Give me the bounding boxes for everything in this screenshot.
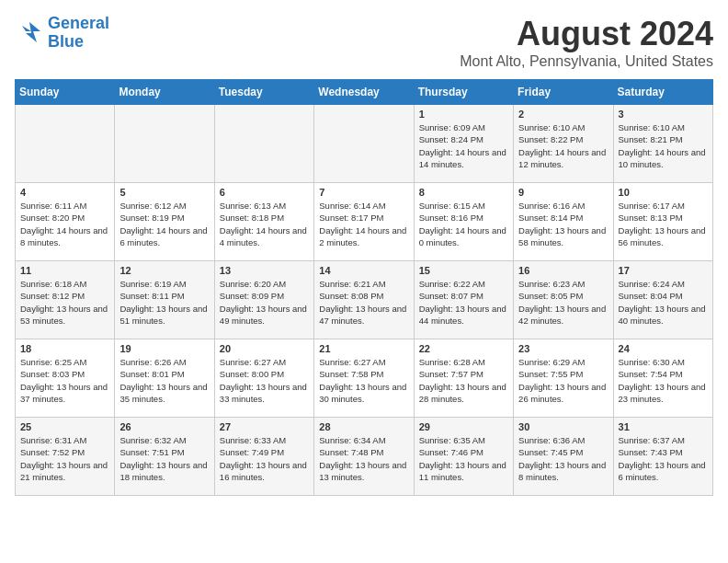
day-cell: 15Sunrise: 6:22 AMSunset: 8:07 PMDayligh…	[414, 261, 513, 339]
svg-marker-0	[26, 22, 40, 42]
header-thursday: Thursday	[414, 80, 513, 105]
day-number: 21	[319, 343, 408, 354]
day-number: 8	[419, 187, 508, 198]
day-info: Sunrise: 6:23 AMSunset: 8:05 PMDaylight:…	[518, 278, 608, 327]
day-cell: 26Sunrise: 6:32 AMSunset: 7:51 PMDayligh…	[115, 418, 214, 496]
day-number: 16	[518, 265, 608, 276]
day-number: 17	[619, 265, 708, 276]
day-info: Sunrise: 6:36 AMSunset: 7:45 PMDaylight:…	[518, 434, 608, 483]
calendar-table: SundayMondayTuesdayWednesdayThursdayFrid…	[15, 79, 713, 496]
day-number: 28	[319, 421, 408, 432]
logo: General Blue	[15, 15, 109, 52]
day-info: Sunrise: 6:27 AMSunset: 7:58 PMDaylight:…	[319, 356, 408, 405]
day-info: Sunrise: 6:20 AMSunset: 8:09 PMDaylight:…	[220, 278, 309, 327]
day-info: Sunrise: 6:30 AMSunset: 7:54 PMDaylight:…	[619, 356, 708, 405]
day-info: Sunrise: 6:32 AMSunset: 7:51 PMDaylight:…	[119, 434, 209, 483]
day-number: 2	[518, 109, 608, 120]
day-info: Sunrise: 6:10 AMSunset: 8:22 PMDaylight:…	[518, 121, 608, 170]
day-cell: 31Sunrise: 6:37 AMSunset: 7:43 PMDayligh…	[613, 418, 712, 496]
day-cell: 22Sunrise: 6:28 AMSunset: 7:57 PMDayligh…	[414, 339, 513, 418]
day-number: 25	[20, 421, 109, 432]
day-cell: 2Sunrise: 6:10 AMSunset: 8:22 PMDaylight…	[514, 105, 613, 183]
day-info: Sunrise: 6:13 AMSunset: 8:18 PMDaylight:…	[220, 200, 309, 248]
day-cell: 29Sunrise: 6:35 AMSunset: 7:46 PMDayligh…	[414, 418, 513, 496]
day-number: 15	[419, 265, 508, 276]
day-cell: 13Sunrise: 6:20 AMSunset: 8:09 PMDayligh…	[214, 261, 313, 339]
header-saturday: Saturday	[613, 80, 712, 105]
day-info: Sunrise: 6:31 AMSunset: 7:52 PMDaylight:…	[20, 434, 109, 483]
day-info: Sunrise: 6:34 AMSunset: 7:48 PMDaylight:…	[319, 434, 408, 483]
day-info: Sunrise: 6:26 AMSunset: 8:01 PMDaylight:…	[119, 356, 209, 405]
day-cell	[115, 105, 214, 183]
day-number: 30	[518, 421, 608, 432]
day-number: 29	[419, 421, 508, 432]
day-info: Sunrise: 6:37 AMSunset: 7:43 PMDaylight:…	[619, 434, 708, 483]
day-cell: 21Sunrise: 6:27 AMSunset: 7:58 PMDayligh…	[314, 339, 414, 418]
day-number: 26	[119, 421, 209, 432]
header-wednesday: Wednesday	[314, 80, 414, 105]
subtitle: Mont Alto, Pennsylvania, United States	[460, 53, 713, 70]
day-cell: 23Sunrise: 6:29 AMSunset: 7:55 PMDayligh…	[514, 339, 613, 418]
day-info: Sunrise: 6:27 AMSunset: 8:00 PMDaylight:…	[220, 356, 309, 405]
logo-blue: Blue	[48, 33, 109, 52]
day-info: Sunrise: 6:22 AMSunset: 8:07 PMDaylight:…	[419, 278, 508, 327]
day-info: Sunrise: 6:16 AMSunset: 8:14 PMDaylight:…	[518, 200, 608, 248]
day-number: 19	[119, 343, 209, 354]
logo-general: General	[48, 14, 109, 32]
day-cell: 3Sunrise: 6:10 AMSunset: 8:21 PMDaylight…	[613, 105, 712, 183]
day-number: 4	[20, 187, 109, 198]
day-cell	[16, 105, 115, 183]
day-number: 9	[518, 187, 608, 198]
week-row-5: 25Sunrise: 6:31 AMSunset: 7:52 PMDayligh…	[16, 418, 713, 496]
page-header: General Blue August 2024 Mont Alto, Penn…	[15, 15, 713, 70]
day-number: 18	[20, 343, 109, 354]
day-cell: 12Sunrise: 6:19 AMSunset: 8:11 PMDayligh…	[115, 261, 214, 339]
day-cell: 17Sunrise: 6:24 AMSunset: 8:04 PMDayligh…	[613, 261, 712, 339]
calendar-body: 1Sunrise: 6:09 AMSunset: 8:24 PMDaylight…	[16, 105, 713, 496]
logo-icon	[15, 18, 44, 48]
day-cell: 24Sunrise: 6:30 AMSunset: 7:54 PMDayligh…	[613, 339, 712, 418]
header-monday: Monday	[115, 80, 214, 105]
day-cell	[214, 105, 313, 183]
day-info: Sunrise: 6:21 AMSunset: 8:08 PMDaylight:…	[319, 278, 408, 327]
day-cell: 4Sunrise: 6:11 AMSunset: 8:20 PMDaylight…	[16, 183, 115, 261]
week-row-2: 4Sunrise: 6:11 AMSunset: 8:20 PMDaylight…	[16, 183, 713, 261]
day-info: Sunrise: 6:28 AMSunset: 7:57 PMDaylight:…	[419, 356, 508, 405]
header-friday: Friday	[514, 80, 613, 105]
day-info: Sunrise: 6:17 AMSunset: 8:13 PMDaylight:…	[619, 200, 708, 248]
day-cell	[314, 105, 414, 183]
day-info: Sunrise: 6:15 AMSunset: 8:16 PMDaylight:…	[419, 200, 508, 248]
day-cell: 7Sunrise: 6:14 AMSunset: 8:17 PMDaylight…	[314, 183, 414, 261]
day-cell: 19Sunrise: 6:26 AMSunset: 8:01 PMDayligh…	[115, 339, 214, 418]
day-cell: 6Sunrise: 6:13 AMSunset: 8:18 PMDaylight…	[214, 183, 313, 261]
day-cell: 10Sunrise: 6:17 AMSunset: 8:13 PMDayligh…	[613, 183, 712, 261]
header-row: SundayMondayTuesdayWednesdayThursdayFrid…	[16, 80, 713, 105]
day-number: 20	[220, 343, 309, 354]
day-cell: 16Sunrise: 6:23 AMSunset: 8:05 PMDayligh…	[514, 261, 613, 339]
day-number: 24	[619, 343, 708, 354]
title-block: August 2024 Mont Alto, Pennsylvania, Uni…	[460, 15, 713, 70]
day-info: Sunrise: 6:10 AMSunset: 8:21 PMDaylight:…	[619, 121, 708, 170]
day-info: Sunrise: 6:09 AMSunset: 8:24 PMDaylight:…	[419, 121, 508, 170]
day-number: 14	[319, 265, 408, 276]
calendar-header: SundayMondayTuesdayWednesdayThursdayFrid…	[16, 80, 713, 105]
day-info: Sunrise: 6:29 AMSunset: 7:55 PMDaylight:…	[518, 356, 608, 405]
day-info: Sunrise: 6:35 AMSunset: 7:46 PMDaylight:…	[419, 434, 508, 483]
day-cell: 9Sunrise: 6:16 AMSunset: 8:14 PMDaylight…	[514, 183, 613, 261]
day-number: 10	[619, 187, 708, 198]
day-cell: 11Sunrise: 6:18 AMSunset: 8:12 PMDayligh…	[16, 261, 115, 339]
day-info: Sunrise: 6:24 AMSunset: 8:04 PMDaylight:…	[619, 278, 708, 327]
day-info: Sunrise: 6:19 AMSunset: 8:11 PMDaylight:…	[119, 278, 209, 327]
day-info: Sunrise: 6:33 AMSunset: 7:49 PMDaylight:…	[220, 434, 309, 483]
header-tuesday: Tuesday	[214, 80, 313, 105]
day-cell: 27Sunrise: 6:33 AMSunset: 7:49 PMDayligh…	[214, 418, 313, 496]
header-sunday: Sunday	[16, 80, 115, 105]
day-number: 27	[220, 421, 309, 432]
day-cell: 20Sunrise: 6:27 AMSunset: 8:00 PMDayligh…	[214, 339, 313, 418]
day-info: Sunrise: 6:18 AMSunset: 8:12 PMDaylight:…	[20, 278, 109, 327]
day-cell: 28Sunrise: 6:34 AMSunset: 7:48 PMDayligh…	[314, 418, 414, 496]
week-row-3: 11Sunrise: 6:18 AMSunset: 8:12 PMDayligh…	[16, 261, 713, 339]
day-number: 11	[20, 265, 109, 276]
day-info: Sunrise: 6:25 AMSunset: 8:03 PMDaylight:…	[20, 356, 109, 405]
day-cell: 8Sunrise: 6:15 AMSunset: 8:16 PMDaylight…	[414, 183, 513, 261]
